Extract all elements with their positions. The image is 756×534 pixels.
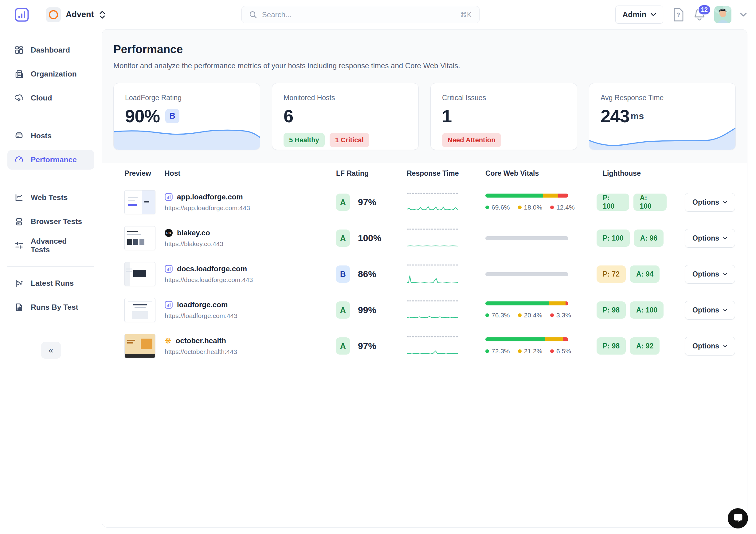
loadforge-logo-icon[interactable]	[15, 8, 29, 22]
sidebar-item-label: Latest Runs	[31, 279, 74, 288]
user-avatar[interactable]	[714, 6, 731, 23]
sidebar-item-label: Dashboard	[31, 46, 70, 54]
sidebar-item-browser-tests[interactable]: Browser Tests	[7, 212, 94, 231]
page-title: Performance	[113, 43, 736, 56]
flower-icon: ❋	[165, 337, 172, 345]
vitals-poor-pct: 6.5%	[556, 348, 571, 355]
sidebar-item-performance[interactable]: Performance	[7, 150, 94, 170]
poor-dot-icon	[550, 349, 554, 353]
stat-label: Avg Response Time	[601, 94, 724, 102]
stat-label: Critical Issues	[442, 94, 566, 102]
sidebar-divider	[7, 181, 94, 181]
options-button[interactable]: Options	[685, 265, 735, 284]
vitals-mid-pct: 20.4%	[524, 312, 543, 319]
host-url: https://blakey.co:443	[165, 240, 336, 248]
response-time-sparkline	[407, 229, 458, 248]
role-label: Admin	[622, 10, 646, 19]
sidebar-collapse-button[interactable]: «	[41, 342, 61, 359]
stat-card-monitored-hosts: Monitored Hosts 6 5 Healthy 1 Critical	[272, 83, 419, 150]
sidebar-item-latest-runs[interactable]: Latest Runs	[7, 273, 94, 293]
lf-rating-value: 100%	[358, 233, 382, 243]
sidebar-item-runs-by-test[interactable]: Runs By Test	[7, 297, 94, 317]
org-avatar	[46, 7, 61, 22]
host-url: https://app.loadforge.com:443	[165, 204, 336, 212]
lighthouse-accessibility-badge: A: 100	[634, 194, 667, 211]
host-name: loadforge.com	[177, 300, 228, 309]
sidebar-item-web-tests[interactable]: Web Tests	[7, 188, 94, 208]
lighthouse-performance-badge: P: 98	[597, 301, 626, 319]
help-button[interactable]: ?	[672, 8, 685, 22]
sidebar-item-label: Web Tests	[31, 193, 68, 202]
table-row[interactable]: app.loadforge.com https://app.loadforge.…	[113, 184, 736, 220]
sidebar-item-advanced-tests[interactable]: Advanced Tests	[7, 236, 94, 255]
options-button[interactable]: Options	[685, 337, 735, 355]
notification-count-badge: 12	[698, 4, 711, 15]
poor-dot-icon	[550, 313, 554, 317]
lighthouse-accessibility-badge: A: 94	[630, 266, 660, 283]
org-name: Advent	[66, 10, 94, 19]
lf-grade-badge: A	[336, 194, 350, 211]
healthy-badge: 5 Healthy	[284, 133, 325, 147]
sidebar-item-label: Runs By Test	[31, 303, 78, 312]
good-dot-icon	[485, 349, 489, 353]
options-button[interactable]: Options	[685, 229, 735, 248]
site-preview-thumbnail	[124, 298, 155, 322]
col-lighthouse: Lighthouse	[590, 169, 667, 178]
user-menu-chevron-icon[interactable]	[740, 13, 747, 17]
host-url: https://october.health:443	[165, 348, 336, 355]
sidebar-item-organization[interactable]: Organization	[7, 64, 94, 84]
stat-value: 90%	[125, 106, 160, 126]
stat-label: LoadForge Rating	[125, 94, 249, 102]
search-input[interactable]	[262, 11, 455, 19]
stat-cards: LoadForge Rating 90% B Monitored Hosts 6…	[113, 83, 736, 150]
poor-dot-icon	[550, 206, 554, 209]
vitals-mid-pct: 18.0%	[524, 204, 543, 211]
stat-value: 6	[284, 106, 293, 126]
cloud-gear-icon	[15, 94, 23, 102]
warn-dot-icon	[518, 206, 522, 209]
search-shortcut: ⌘K	[460, 11, 472, 19]
options-button[interactable]: Options	[685, 301, 735, 320]
response-time-sparkline	[407, 300, 458, 320]
sidebar-item-dashboard[interactable]: Dashboard	[7, 40, 94, 60]
core-web-vitals	[485, 272, 568, 276]
sidebar: Dashboard Organization Cloud Hosts Perfo…	[0, 29, 102, 534]
lf-grade-badge: A	[336, 301, 350, 319]
grade-chip: B	[165, 109, 179, 123]
lf-rating-value: 97%	[358, 197, 376, 208]
response-time-sparkline	[407, 265, 458, 284]
threshold-dash-line	[407, 229, 458, 230]
good-dot-icon	[485, 313, 489, 317]
vitals-good-pct: 69.6%	[492, 204, 510, 211]
lighthouse-performance-badge: P: 98	[597, 337, 626, 354]
table-row[interactable]: loadforge.com https://loadforge.com:443 …	[113, 292, 736, 328]
response-time-sparkline	[407, 336, 458, 356]
sidebar-item-label: Hosts	[31, 131, 52, 140]
core-web-vitals: 72.3% 21.2% 6.5%	[485, 337, 568, 355]
table-row[interactable]: DB blakey.co https://blakey.co:443 A 100…	[113, 220, 736, 256]
good-dot-icon	[485, 206, 489, 209]
sidebar-divider	[7, 119, 94, 119]
vitals-mid-pct: 21.2%	[524, 348, 543, 355]
options-button[interactable]: Options	[685, 193, 735, 212]
table-row[interactable]: ❋ october.health https://october.health:…	[113, 328, 736, 364]
core-web-vitals	[485, 236, 568, 240]
lf-rating-value: 99%	[358, 305, 376, 315]
core-web-vitals: 76.3% 20.4% 3.3%	[485, 301, 568, 319]
sidebar-item-label: Performance	[31, 155, 77, 164]
stat-unit: ms	[631, 111, 644, 121]
warn-dot-icon	[518, 313, 522, 317]
stat-label: Monitored Hosts	[284, 94, 407, 102]
role-selector-button[interactable]: Admin	[615, 6, 663, 24]
table-row[interactable]: docs.loadforge.com https://docs.loadforg…	[113, 256, 736, 292]
top-header: Advent ⌘K Admin ? 12	[0, 0, 756, 29]
core-web-vitals: 69.6% 18.0% 12.4%	[485, 194, 568, 211]
threshold-dash-line	[407, 193, 458, 194]
vitals-empty-bar	[485, 236, 568, 240]
sidebar-item-hosts[interactable]: Hosts	[7, 126, 94, 146]
sidebar-item-cloud[interactable]: Cloud	[7, 88, 94, 108]
notifications-button[interactable]: 12	[693, 8, 706, 21]
chat-widget-button[interactable]	[728, 508, 748, 528]
org-switcher[interactable]: Advent	[46, 7, 106, 22]
response-sparkline	[589, 125, 735, 150]
